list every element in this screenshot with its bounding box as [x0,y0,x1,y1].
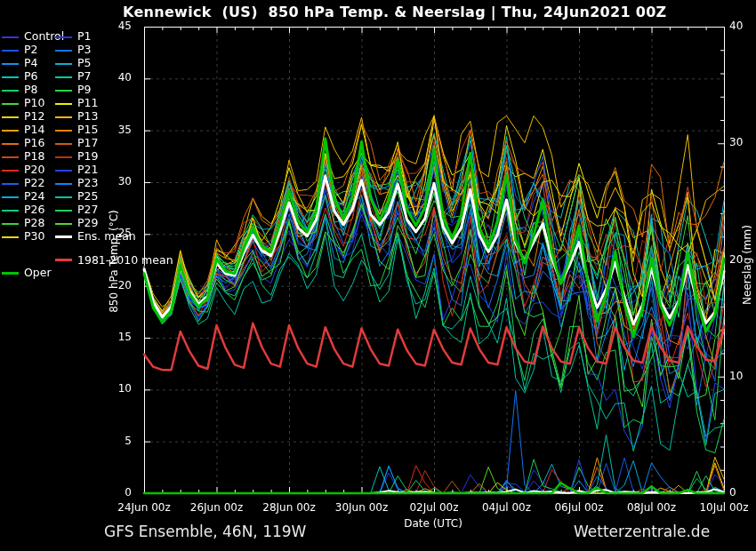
legend-swatch [2,116,19,118]
legend-swatch [2,143,19,145]
legend-swatch [2,223,19,225]
legend-label: P16 [24,136,44,149]
x-axis-tick-label: 08Jul 00z [621,501,683,514]
legend-label: P15 [77,123,98,136]
y-left-axis-title: 850 hPa Temp. (°C) [108,172,120,350]
y-left-tick-label: 40 [105,71,132,84]
legend-label: P14 [24,123,44,136]
legend-label: P27 [77,203,98,216]
legend-swatch [55,183,72,185]
legend-entry: Oper [2,266,64,279]
site-credit-text: Wetterzentrale.de [574,523,710,540]
y-right-tick-label: 10 [729,370,756,382]
legend-swatch [55,170,72,172]
legend-entry: P13 [55,109,136,123]
legend-swatch [2,76,19,78]
legend-label: P23 [77,176,98,189]
y-left-tick-label: 5 [105,435,132,447]
legend-label: P1 [77,29,92,43]
legend-label: P13 [77,109,98,123]
x-axis-tick-label: 28Jun 00z [258,501,320,514]
legend-swatch [55,259,72,261]
legend-label: P4 [24,56,38,69]
legend-label: Oper [24,266,52,279]
legend-swatch [55,143,72,145]
legend-label: P19 [77,149,98,163]
x-axis-tick-label: 26Jun 00z [186,501,248,514]
meteogram-page: Kennewick (US) 850 hPa Temp. & Neerslag … [0,0,756,551]
legend-swatch [55,223,72,225]
x-axis-title: Date (UTC) [344,517,522,530]
legend-entry: P21 [55,163,136,176]
x-axis-tick-label: 10Jul 00z [693,501,755,514]
y-left-tick-label: 0 [105,486,132,499]
legend-swatch [55,36,72,38]
legend-label: P28 [24,216,44,229]
legend-entry: P9 [55,83,136,96]
legend-entry: 1981-2010 mean [55,254,136,266]
y-right-tick-label: 40 [729,20,756,32]
legend-swatch [2,196,19,198]
legend-label: P25 [77,189,98,203]
legend-swatch [2,170,19,172]
legend-label: P5 [77,56,92,69]
legend-entry: P27 [55,203,136,216]
legend-swatch [55,130,72,132]
legend-label: P12 [24,109,44,123]
legend-label: P24 [24,189,44,203]
legend-label: P21 [77,163,98,176]
legend-swatch [55,103,72,105]
legend-label: P8 [24,83,38,96]
legend-entry: P3 [55,43,136,56]
legend-swatch [55,156,72,158]
legend-label: P3 [77,43,92,56]
legend-entry: P17 [55,136,136,149]
model-info-text: GFS Ensemble, 46N, 119W [104,523,306,540]
legend-swatch [55,90,72,92]
legend-swatch [2,50,19,52]
legend-swatch [55,196,72,198]
x-axis-tick-label: 06Jul 00z [548,501,610,514]
y-left-tick-label: 35 [105,124,132,136]
legend-swatch [2,272,19,275]
y-right-tick-label: 0 [729,486,756,499]
legend-swatch [55,116,72,118]
x-axis-tick-label: 04Jul 00z [476,501,538,514]
y-left-tick-label: 45 [105,20,132,32]
legend-label: P22 [24,176,44,189]
x-axis-tick-label: 24Jun 00z [113,501,175,514]
legend-label: P20 [24,163,44,176]
legend-swatch [2,183,19,185]
y-right-tick-label: 30 [729,136,756,148]
legend-label: P7 [77,69,92,83]
x-axis-tick-label: 02Jul 00z [403,501,465,514]
legend-entry: P25 [55,189,136,203]
legend-label: P17 [77,136,98,149]
legend-entry: P11 [55,96,136,109]
legend-swatch [55,210,72,212]
legend-label: P30 [24,229,44,243]
legend-label: P6 [24,69,38,83]
legend-swatch [55,76,72,78]
legend-swatch [55,50,72,52]
legend-label: P9 [77,83,92,96]
y-left-tick-label: 10 [105,382,132,395]
chart-title: Kennewick (US) 850 hPa Temp. & Neerslag … [123,4,667,20]
legend-swatch [2,210,19,212]
legend-label: P26 [24,203,44,216]
y-right-axis-title: Neerslag (mm) [741,176,753,354]
legend-label: P18 [24,149,44,163]
x-axis-tick-label: 30Jun 00z [331,501,393,514]
legend-entry: P5 [55,56,136,69]
legend-swatch [2,63,19,65]
legend-swatch [2,36,19,38]
legend-swatch [55,63,72,65]
legend-swatch [2,156,19,158]
legend-swatch [2,236,19,238]
legend-entry: P19 [55,149,136,163]
legend-swatch [2,90,19,92]
legend-label: P2 [24,43,38,56]
legend-label: P29 [77,216,98,229]
legend-label: P11 [77,96,98,109]
legend-label: 1981-2010 mean [77,254,136,266]
